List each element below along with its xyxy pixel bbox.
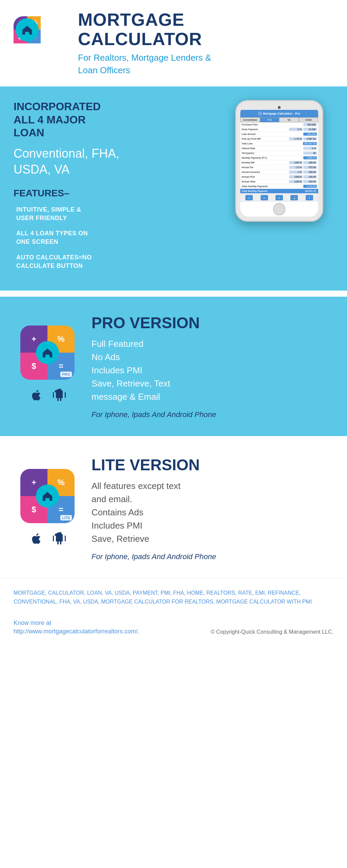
pro-title: PRO VERSION xyxy=(91,314,333,332)
lite-title: LITE VERSION xyxy=(91,456,333,474)
android-store-icon-pro[interactable] xyxy=(51,387,68,407)
phone-screen-header: Mortgage Calculator - Pro xyxy=(240,110,318,117)
keywords-text: MORTGAGE, CALCULATOR, LOAN, VA, USDA, PA… xyxy=(14,589,333,606)
divider-2 xyxy=(0,436,347,439)
divider-1 xyxy=(0,291,347,293)
icon-house-circle xyxy=(16,18,39,41)
row-loan: Loan Amount285,000 xyxy=(240,132,318,137)
pro-left: + % $ = PRO xyxy=(14,326,81,408)
lite-icon-equals: = xyxy=(59,505,63,514)
pro-app-icon: + % $ = PRO xyxy=(20,326,75,380)
phone-mockup: Mortgage Calculator - Pro Conventional F… xyxy=(235,100,323,222)
lite-feature-3: Includes PMI xyxy=(91,519,333,532)
row-purchase: Purchase Price300,000 xyxy=(240,122,318,127)
tab-va: VA xyxy=(279,117,299,122)
pro-feature-4: Save, Retrieve, Textmessage & Email xyxy=(91,377,333,403)
footer-copyright: © Copyright-Quick Consulting & Managemen… xyxy=(211,629,333,635)
row-annual-ins: Annual Insurance1 %250.00 xyxy=(240,170,318,175)
lite-feature-1: All features except textand email. xyxy=(91,479,333,506)
row-interest: Interest Rate5 % xyxy=(240,146,318,151)
footer-url[interactable]: http://www.mortgagecalculatorforrealtors… xyxy=(14,628,139,635)
row-total-loan: Total Loan289,987.50 xyxy=(240,141,318,146)
pro-feature-1: Full Featured xyxy=(91,337,333,351)
features-left: INCORPORATED ALL 4 MAJOR LOAN Convention… xyxy=(14,100,215,277)
footer-section: Know more at http://www.mortgagecalculat… xyxy=(0,613,347,645)
app-title: MORTGAGE CALCULATOR xyxy=(78,10,211,49)
pro-icon-house xyxy=(36,341,59,364)
row-annual-tax: Annual Tax1.5 %375.00 xyxy=(240,165,318,170)
pro-icon-percent: % xyxy=(57,334,64,344)
lite-icon-plus: + xyxy=(32,478,36,487)
row-total-monthly: Total Monthly Payment$2,571.72 xyxy=(240,189,318,194)
btn-save: 💾 xyxy=(290,195,298,200)
feature-2: ALL 4 LOAN TYPES ONONE SCREEN xyxy=(14,229,215,246)
incorporated-label: INCORPORATED ALL 4 MAJOR LOAN xyxy=(14,100,215,139)
keywords-section: MORTGAGE, CALCULATOR, LOAN, VA, USDA, PA… xyxy=(0,578,347,613)
pro-feature-3: Includes PMI xyxy=(91,364,333,377)
tab-conventional: Conventional xyxy=(240,117,260,122)
btn-share: ✉ xyxy=(261,195,268,200)
tab-usda: USDA xyxy=(299,117,319,122)
pro-platforms: For Iphone, Ipads And Android Phone xyxy=(91,410,333,419)
row-monthly-pi: Monthly Payments (P+I)1,556.72 xyxy=(240,156,318,160)
row-down: Down Payment5 %15,000 xyxy=(240,127,318,132)
lite-feature-2: Contains Ads xyxy=(91,506,333,519)
row-fha-mip: FHA Up Front MIP1.75 %4,987.50 xyxy=(240,137,318,141)
phone-screen: Mortgage Calculator - Pro Conventional F… xyxy=(240,105,318,217)
pro-icon-equals: = xyxy=(59,361,63,371)
lite-icon-dollar: $ xyxy=(32,505,36,514)
features-section: INCORPORATED ALL 4 MAJOR LOAN Convention… xyxy=(0,86,347,291)
lite-icon-house xyxy=(36,485,59,508)
lite-features-list: All features except textand email. Conta… xyxy=(91,479,333,546)
phone-demo: Mortgage Calculator - Pro Conventional F… xyxy=(235,100,323,222)
phone-home-button xyxy=(273,203,285,215)
features-title: FEATURES– xyxy=(14,188,215,199)
row-monthly-mip: Monthly MIP0.80 %190.00 xyxy=(240,160,318,165)
feature-3: AUTO CALCULATES=NOCALCULATE BUTTON xyxy=(14,253,215,270)
lite-platforms: For Iphone, Ipads And Android Phone xyxy=(91,552,333,561)
header-section: + % $ = MORTGAGE CALCULATOR For Realtors… xyxy=(0,0,347,86)
row-term: Term(years)30 xyxy=(240,151,318,156)
apple-store-icon-pro[interactable] xyxy=(27,387,44,408)
lite-section: + % $ = LITE xyxy=(0,439,347,578)
pro-features-list: Full Featured No Ads Includes PMI Save, … xyxy=(91,337,333,403)
store-icons-pro xyxy=(27,387,68,408)
lite-right: LITE VERSION All features except textand… xyxy=(91,456,333,561)
store-icons-lite xyxy=(27,530,68,548)
header-text: MORTGAGE CALCULATOR For Realtors, Mortga… xyxy=(78,10,211,76)
features-right: Mortgage Calculator - Pro Conventional F… xyxy=(225,100,333,222)
pro-right: PRO VERSION Full Featured No Ads Include… xyxy=(91,314,333,419)
lite-app-icon: + % $ = LITE xyxy=(20,469,75,523)
phone-tabs: Conventional FHA VA USDA xyxy=(240,117,318,122)
lite-badge: LITE xyxy=(60,515,72,520)
know-more-label: Know more at xyxy=(14,619,139,627)
pro-icon-dollar: $ xyxy=(32,361,36,371)
app-icon-header: + % $ = xyxy=(14,16,68,71)
phone-bottom-bar: ✕ ✉ ✉ 💾 ℹ xyxy=(240,194,318,202)
lite-feature-4: Save, Retrieve xyxy=(91,532,333,546)
tab-fha: FHA xyxy=(260,117,280,122)
btn-clear: ✕ xyxy=(245,195,253,200)
pro-feature-2: No Ads xyxy=(91,351,333,364)
android-store-icon-lite[interactable] xyxy=(51,530,68,548)
btn-info: ℹ xyxy=(306,195,313,200)
apple-store-icon-lite[interactable] xyxy=(27,530,44,548)
pro-icon-plus: + xyxy=(32,334,36,344)
feature-1: INTUITIVE, SIMPLE &USER FRIENDLY xyxy=(14,205,215,222)
btn-text: ✉ xyxy=(275,195,283,200)
pro-badge: PRO xyxy=(60,372,72,377)
app-subtitle: For Realtors, Mortgage Lenders & Loan Of… xyxy=(78,52,211,76)
footer-left: Know more at http://www.mortgagecalculat… xyxy=(14,619,139,635)
pro-section: + % $ = PRO xyxy=(0,297,347,436)
lite-icon-percent: % xyxy=(57,478,64,487)
phone-title: Mortgage Calculator - Pro xyxy=(263,112,300,115)
loan-types: Conventional, FHA, USDA, VA xyxy=(14,146,215,178)
row-annual-hoa: Annual HOA1200 $100.00 xyxy=(240,175,318,179)
row-annual-other: Annual Other1200 $100.00 xyxy=(240,179,318,184)
lite-left: + % $ = LITE xyxy=(14,469,81,548)
row-other-monthly: Other Monthly Payments1,015.00 xyxy=(240,184,318,189)
